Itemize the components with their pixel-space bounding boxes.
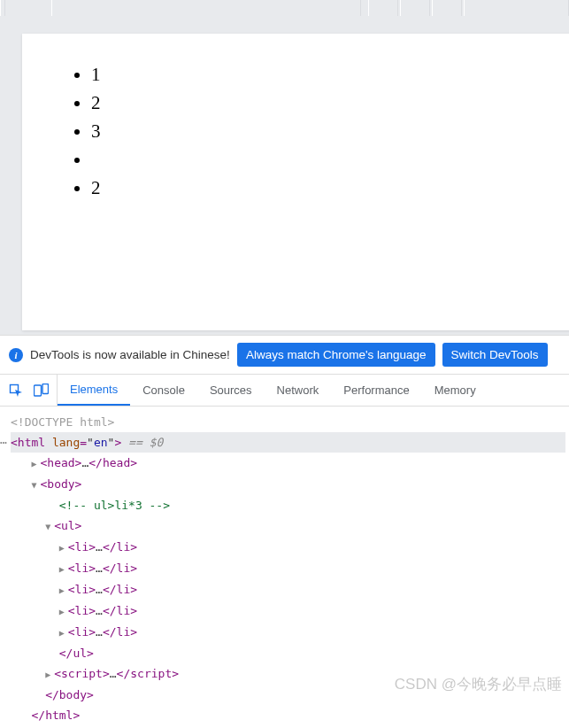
list-item: 2: [91, 174, 569, 202]
info-message: DevTools is now available in Chinese!: [30, 348, 230, 361]
tab-network[interactable]: Network: [265, 375, 332, 406]
tab-sources[interactable]: Sources: [197, 375, 265, 406]
expand-arrow-icon[interactable]: ▶: [31, 453, 40, 474]
list-item: 2: [91, 89, 569, 117]
tab-memory[interactable]: Memory: [422, 375, 488, 406]
expand-arrow-icon[interactable]: ▶: [59, 623, 68, 643]
svg-rect-1: [34, 385, 41, 396]
viewport-area: 1 2 3 2: [0, 16, 569, 335]
dom-li[interactable]: ▶<li>…</li>: [11, 537, 565, 558]
tab-console[interactable]: Console: [130, 375, 197, 406]
device-toggle-icon[interactable]: [28, 378, 53, 403]
app-toolbar: [0, 0, 569, 16]
always-match-button[interactable]: Always match Chrome's language: [237, 343, 435, 367]
dom-ul-open[interactable]: ▼<ul>: [11, 515, 565, 537]
dom-li[interactable]: ▶<li>…</li>: [11, 558, 565, 579]
expand-arrow-icon[interactable]: ▶: [59, 580, 68, 600]
expand-arrow-icon[interactable]: ▶: [59, 601, 68, 622]
dom-body-open[interactable]: ▼<body>: [11, 474, 565, 495]
info-icon: i: [9, 348, 23, 362]
devtools-info-bar: i DevTools is now available in Chinese! …: [0, 335, 569, 375]
dom-body-close[interactable]: </body>: [11, 685, 565, 705]
list-item: 1: [91, 60, 569, 89]
svg-rect-2: [42, 384, 49, 394]
devtools-tabs: Elements Console Sources Network Perform…: [0, 375, 569, 407]
switch-devtools-button[interactable]: Switch DevTools: [442, 343, 548, 367]
dom-html-open[interactable]: <html lang="en"> == $0: [11, 432, 565, 453]
dom-script[interactable]: ▶<script>…</script>: [11, 663, 565, 685]
inspect-element-icon[interactable]: [4, 378, 28, 403]
expand-arrow-icon[interactable]: ▶: [45, 664, 54, 685]
list-item: 3: [91, 117, 569, 145]
dom-doctype[interactable]: <!DOCTYPE html>: [11, 412, 565, 432]
dom-html-close[interactable]: </html>: [11, 705, 565, 725]
dom-li[interactable]: ▶<li>…</li>: [11, 600, 565, 622]
dom-comment[interactable]: <!-- ul>li*3 -->: [11, 495, 565, 515]
collapse-arrow-icon[interactable]: ▼: [31, 475, 40, 495]
dom-li[interactable]: ▶<li>…</li>: [11, 622, 565, 643]
dom-head[interactable]: ▶<head>…</head>: [11, 453, 565, 474]
elements-panel[interactable]: <!DOCTYPE html> <html lang="en"> == $0 ▶…: [0, 407, 569, 728]
expand-arrow-icon[interactable]: ▶: [59, 559, 68, 579]
list-item: [91, 145, 569, 174]
dom-ul-close[interactable]: </ul>: [11, 643, 565, 663]
tab-performance[interactable]: Performance: [331, 375, 421, 406]
expand-arrow-icon[interactable]: ▶: [59, 538, 68, 558]
tab-elements[interactable]: Elements: [58, 375, 130, 406]
dom-li[interactable]: ▶<li>…</li>: [11, 579, 565, 600]
collapse-arrow-icon[interactable]: ▼: [45, 516, 54, 537]
rendered-page: 1 2 3 2: [22, 34, 569, 330]
content-list: 1 2 3 2: [75, 60, 569, 202]
